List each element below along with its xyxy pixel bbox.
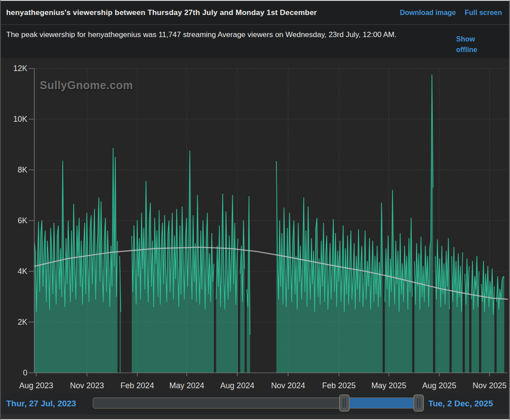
svg-text:4K: 4K [18,267,27,276]
svg-text:12K: 12K [13,64,27,73]
range-end-handle[interactable] [413,394,424,412]
selected-range-fill[interactable] [349,398,414,408]
chart-header: henyathegenius's viewership between Thur… [1,1,509,25]
svg-text:Feb 2025: Feb 2025 [322,381,356,390]
viewership-chart[interactable]: SullyGnome.com02K4K6K8K10K12KAug 2023Nov… [1,58,510,393]
svg-text:Nov 2025: Nov 2025 [472,381,506,390]
peak-summary-text: The peak viewership for henyathegenius w… [6,28,450,58]
date-range-track[interactable] [93,398,423,409]
svg-text:8K: 8K [18,165,27,174]
svg-text:Aug 2024: Aug 2024 [220,381,254,390]
svg-text:SullyGnome.com: SullyGnome.com [40,79,133,91]
svg-text:Nov 2023: Nov 2023 [70,381,104,390]
viewership-widget: henyathegenius's viewership between Thur… [0,0,510,420]
download-image-link[interactable]: Download image [400,9,456,17]
svg-text:10K: 10K [13,115,27,124]
show-offline-link[interactable]: Show offline [456,28,491,58]
header-links: Download image Full screen [400,9,502,17]
svg-text:6K: 6K [18,216,27,225]
svg-text:May 2024: May 2024 [169,381,204,390]
chart-canvas[interactable]: SullyGnome.com02K4K6K8K10K12KAug 2023Nov… [1,58,510,393]
svg-text:Nov 2024: Nov 2024 [271,381,305,390]
footer-strip [1,414,510,420]
full-screen-link[interactable]: Full screen [465,9,502,17]
chart-subheader: The peak viewership for henyathegenius w… [1,25,509,58]
svg-text:2K: 2K [18,318,27,326]
range-end-label: Tue, 2 Dec, 2025 [428,393,493,414]
page-title: henyathegenius's viewership between Thur… [6,8,400,17]
svg-text:0: 0 [23,368,27,377]
svg-text:Aug 2025: Aug 2025 [422,381,456,390]
handle-grip-icon [343,398,346,408]
handle-grip-icon [417,398,420,408]
range-start-label: Thur, 27 Jul, 2023 [6,393,76,414]
svg-text:Feb 2024: Feb 2024 [121,381,154,390]
date-range-slider-panel: Thur, 27 Jul, 2023 Tue, 2 Dec, 2025 [1,393,510,414]
range-start-handle[interactable] [339,394,350,412]
svg-text:May 2025: May 2025 [371,381,406,390]
svg-text:Aug 2023: Aug 2023 [19,381,53,390]
